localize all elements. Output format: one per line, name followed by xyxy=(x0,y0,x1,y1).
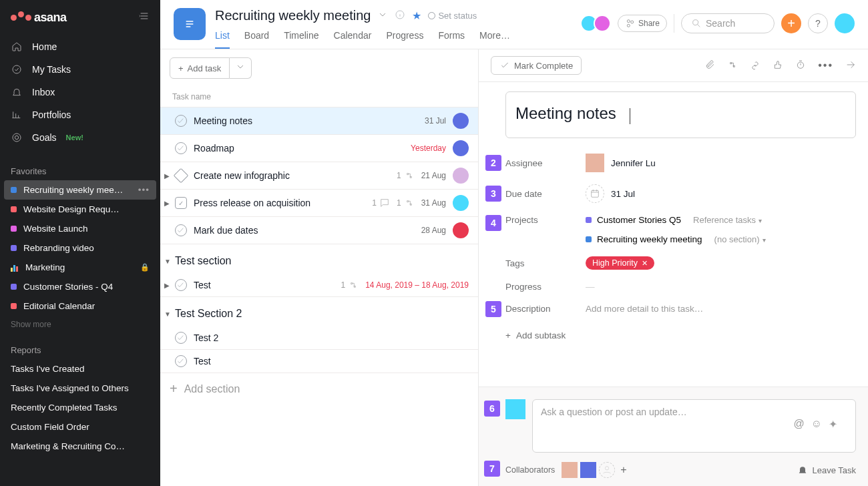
close-detail-icon[interactable] xyxy=(845,59,856,71)
project-icon[interactable] xyxy=(174,8,206,40)
user-avatar[interactable] xyxy=(835,13,855,33)
assignee-avatar[interactable] xyxy=(453,113,469,129)
tag-pill[interactable]: High Priority✕ xyxy=(586,256,654,270)
nav-portfolios[interactable]: Portfolios xyxy=(0,103,160,126)
set-status[interactable]: Set status xyxy=(428,11,477,21)
report-item[interactable]: Custom Field Order xyxy=(0,417,160,437)
logo[interactable]: asana xyxy=(11,11,67,25)
quick-add-button[interactable]: + xyxy=(781,13,801,33)
add-task-dropdown[interactable] xyxy=(230,57,252,79)
project-pill[interactable]: Customer Stories Q5Reference tasks▾ xyxy=(586,215,766,225)
project-pill[interactable]: Recruiting weekly meeting(no section)▾ xyxy=(586,234,766,244)
tab-list[interactable]: List xyxy=(215,30,230,49)
link-icon[interactable] xyxy=(750,59,761,71)
nav-home[interactable]: Home xyxy=(0,35,160,58)
sidebar-favorite-item[interactable]: Marketing🔒 xyxy=(0,258,160,277)
project-title[interactable]: Recruiting weekly meeting xyxy=(215,8,371,23)
expand-icon[interactable]: ▶ xyxy=(164,282,170,289)
complete-checkbox[interactable] xyxy=(175,355,187,367)
project-color-dot xyxy=(11,303,17,309)
remove-tag-icon[interactable]: ✕ xyxy=(642,259,648,268)
milestone-icon[interactable] xyxy=(174,168,189,184)
more-icon[interactable]: ••• xyxy=(818,59,833,71)
tab-calendar[interactable]: Calendar xyxy=(334,30,372,49)
expand-icon[interactable]: ▶ xyxy=(164,200,170,207)
tab-progress[interactable]: Progress xyxy=(386,30,423,49)
assignee-value[interactable]: Jennifer Lu xyxy=(586,154,656,172)
task-title-input[interactable]: Meeting notes xyxy=(505,91,856,138)
section-name: Test section xyxy=(175,255,231,267)
nav-inbox[interactable]: Inbox xyxy=(0,81,160,103)
sidebar-favorite-item[interactable]: Customer Stories - Q4 xyxy=(0,277,160,296)
mention-icon[interactable]: @ xyxy=(793,418,804,431)
attachment-icon[interactable] xyxy=(704,59,715,71)
project-section[interactable]: (no section)▾ xyxy=(714,234,766,244)
report-item[interactable]: Marketing & Recruiting Co… xyxy=(0,437,160,456)
help-button[interactable]: ? xyxy=(808,13,828,33)
info-icon[interactable] xyxy=(395,9,405,23)
member-avatars[interactable] xyxy=(584,15,611,32)
collapse-sidebar-icon[interactable] xyxy=(139,11,150,25)
mark-complete-button[interactable]: Mark Complete xyxy=(491,56,582,75)
like-icon[interactable] xyxy=(773,59,783,71)
task-row[interactable]: ▶Create new infographic1 21 Aug xyxy=(160,162,478,190)
expand-icon[interactable]: ▶ xyxy=(164,172,170,180)
sidebar-favorite-item[interactable]: Editorial Calendar xyxy=(0,296,160,316)
collaborator-avatars[interactable]: + xyxy=(562,462,626,478)
assignee-avatar[interactable] xyxy=(453,195,469,211)
subtask-icon[interactable] xyxy=(727,59,738,71)
add-section-button[interactable]: +Add section xyxy=(160,373,478,405)
star-icon[interactable]: ★ xyxy=(412,9,421,22)
task-row[interactable]: ▶Test1 14 Aug, 2019 – 18 Aug, 2019 xyxy=(160,274,478,297)
sidebar-favorite-item[interactable]: Rebranding video xyxy=(0,238,160,258)
assignee-avatar[interactable] xyxy=(453,222,469,238)
add-task-button[interactable]: +Add task xyxy=(170,57,230,79)
complete-checkbox[interactable] xyxy=(175,142,187,154)
approval-icon[interactable]: ✓ xyxy=(175,197,187,209)
sidebar-favorite-item[interactable]: Website Design Requ… xyxy=(0,200,160,219)
assignee-avatar[interactable] xyxy=(453,168,469,184)
favorites-header: Favorites xyxy=(0,154,160,180)
progress-empty[interactable]: — xyxy=(586,282,595,292)
description-input[interactable]: Add more detail to this task… xyxy=(586,304,703,314)
nav-goals[interactable]: Goals New! xyxy=(0,126,160,149)
complete-checkbox[interactable] xyxy=(175,115,187,127)
task-row[interactable]: Mark due dates28 Aug xyxy=(160,217,478,244)
star-icon[interactable]: ✦ xyxy=(829,418,837,431)
assignee-avatar[interactable] xyxy=(453,140,469,156)
tab-board[interactable]: Board xyxy=(244,30,269,49)
section-header[interactable]: ▼Test section xyxy=(160,244,478,274)
report-item[interactable]: Recently Completed Tasks xyxy=(0,398,160,417)
leave-task-button[interactable]: Leave Task xyxy=(797,465,856,475)
tab-more[interactable]: More… xyxy=(479,30,510,49)
complete-checkbox[interactable] xyxy=(175,224,187,236)
report-item[interactable]: Tasks I've Assigned to Others xyxy=(0,379,160,398)
tab-timeline[interactable]: Timeline xyxy=(284,30,318,49)
task-row[interactable]: Test 2 xyxy=(160,326,478,350)
show-more-link[interactable]: Show more xyxy=(0,316,160,333)
sidebar-favorite-item[interactable]: Website Launch xyxy=(0,219,160,238)
complete-checkbox[interactable] xyxy=(175,332,187,344)
chevron-down-icon[interactable] xyxy=(377,9,388,23)
task-row[interactable]: Meeting notes31 Jul xyxy=(160,107,478,135)
task-row[interactable]: RoadmapYesterday xyxy=(160,135,478,162)
emoji-icon[interactable]: ☺ xyxy=(811,418,822,431)
due-date: 31 Aug xyxy=(421,198,446,208)
search-input[interactable]: Search xyxy=(681,13,775,33)
add-collaborator-placeholder[interactable] xyxy=(599,462,615,478)
project-section[interactable]: Reference tasks▾ xyxy=(693,215,762,225)
more-icon[interactable]: ••• xyxy=(138,185,150,195)
nav-mytasks[interactable]: My Tasks xyxy=(0,58,160,81)
timer-icon[interactable] xyxy=(795,59,806,71)
complete-checkbox[interactable] xyxy=(175,279,187,291)
sidebar-favorite-item[interactable]: Recruiting weekly mee…••• xyxy=(4,180,156,200)
section-header[interactable]: ▼Test Section 2 xyxy=(160,297,478,326)
share-button[interactable]: Share xyxy=(618,15,667,32)
add-collaborator-button[interactable]: + xyxy=(620,464,626,476)
report-item[interactable]: Tasks I've Created xyxy=(0,359,160,379)
add-subtask-button[interactable]: +Add subtask xyxy=(479,320,868,354)
task-row[interactable]: ▶✓Press release on acquisition1 1 31 Aug xyxy=(160,190,478,217)
task-row[interactable]: Test xyxy=(160,350,478,373)
due-value[interactable]: 31 Jul xyxy=(586,184,635,203)
tab-forms[interactable]: Forms xyxy=(438,30,465,49)
